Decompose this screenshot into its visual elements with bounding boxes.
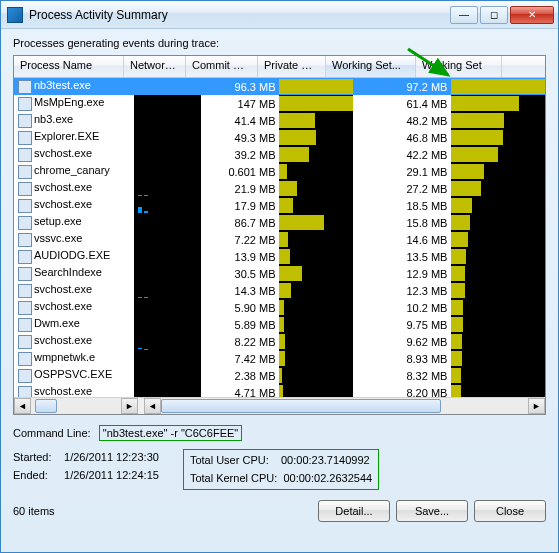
- process-icon: [18, 284, 32, 298]
- scroll-left-button[interactable]: ◄: [14, 398, 31, 414]
- working-set-value: 14.6 MB: [353, 231, 451, 248]
- table-row[interactable]: MsMpEng.exe147 MB61.4 MB: [14, 95, 545, 112]
- item-count-label: 60 items: [13, 505, 312, 517]
- table-row[interactable]: chrome_canary0.601 MB29.1 MB: [14, 163, 545, 180]
- column-header[interactable]: Working Set...: [326, 56, 416, 77]
- process-name: nb3test.exe: [34, 79, 91, 91]
- working-set-value: 15.8 MB: [353, 214, 451, 231]
- process-grid: Process NameNetwork Byt...Commit PeakPri…: [13, 55, 546, 415]
- commit-peak-value: 7.42 MB: [201, 350, 279, 367]
- user-cpu-value: 00:00:23.7140992: [281, 454, 370, 466]
- grid-body[interactable]: nb3test.exe96.3 MB97.2 MBMsMpEng.exe147 …: [14, 78, 545, 397]
- process-name: OSPPSVC.EXE: [34, 368, 112, 380]
- working-set-value: 48.2 MB: [353, 112, 451, 129]
- scroll-thumb[interactable]: [35, 399, 57, 413]
- table-row[interactable]: setup.exe86.7 MB15.8 MB: [14, 214, 545, 231]
- grid-header: Process NameNetwork Byt...Commit PeakPri…: [14, 56, 545, 78]
- table-row[interactable]: svchost.exe21.9 MB27.2 MB: [14, 180, 545, 197]
- scroll-left-button[interactable]: ◄: [144, 398, 161, 414]
- process-name: chrome_canary: [34, 164, 110, 176]
- table-row[interactable]: svchost.exe8.22 MB9.62 MB: [14, 333, 545, 350]
- working-set-value: 12.9 MB: [353, 265, 451, 282]
- window: Process Activity Summary — ◻ ✕ Processes…: [0, 0, 559, 553]
- commit-peak-value: 86.7 MB: [201, 214, 279, 231]
- titlebar[interactable]: Process Activity Summary — ◻ ✕: [1, 1, 558, 29]
- working-set-value: 9.62 MB: [353, 333, 451, 350]
- kernel-cpu-value: 00:00:02.2632544: [283, 472, 372, 484]
- save-button[interactable]: Save...: [396, 500, 468, 522]
- table-row[interactable]: Dwm.exe5.89 MB9.75 MB: [14, 316, 545, 333]
- table-row[interactable]: OSPPSVC.EXE2.38 MB8.32 MB: [14, 367, 545, 384]
- process-icon: [18, 165, 32, 179]
- commit-peak-value: 96.3 MB: [201, 78, 279, 95]
- commit-peak-value: 8.22 MB: [201, 333, 279, 350]
- commit-peak-value: 4.71 MB: [201, 384, 279, 397]
- table-row[interactable]: SearchIndexe30.5 MB12.9 MB: [14, 265, 545, 282]
- process-name: vssvc.exe: [34, 232, 82, 244]
- commit-peak-value: 17.9 MB: [201, 197, 279, 214]
- working-set-value: 61.4 MB: [353, 95, 451, 112]
- table-row[interactable]: nb3test.exe96.3 MB97.2 MB: [14, 78, 545, 95]
- commit-peak-value: 13.9 MB: [201, 248, 279, 265]
- table-row[interactable]: svchost.exe14.3 MB12.3 MB: [14, 282, 545, 299]
- table-row[interactable]: wmpnetwk.e7.42 MB8.93 MB: [14, 350, 545, 367]
- commit-peak-value: 2.38 MB: [201, 367, 279, 384]
- table-row[interactable]: svchost.exe5.90 MB10.2 MB: [14, 299, 545, 316]
- working-set-value: 29.1 MB: [353, 163, 451, 180]
- process-icon: [18, 352, 32, 366]
- working-set-value: 18.5 MB: [353, 197, 451, 214]
- working-set-value: 42.2 MB: [353, 146, 451, 163]
- process-name: svchost.exe: [34, 385, 92, 397]
- column-header[interactable]: Private Bytes: [258, 56, 326, 77]
- column-header[interactable]: Working Set: [416, 56, 502, 77]
- working-set-value: 8.93 MB: [353, 350, 451, 367]
- app-icon: [7, 7, 23, 23]
- scroll-track[interactable]: [31, 398, 121, 414]
- process-icon: [18, 148, 32, 162]
- process-name: MsMpEng.exe: [34, 96, 104, 108]
- column-header[interactable]: Process Name: [14, 56, 124, 77]
- column-header[interactable]: Network Byt...: [124, 56, 186, 77]
- minimize-button[interactable]: —: [450, 6, 478, 24]
- working-set-value: 8.32 MB: [353, 367, 451, 384]
- table-row[interactable]: nb3.exe41.4 MB48.2 MB: [14, 112, 545, 129]
- column-header[interactable]: Commit Peak: [186, 56, 258, 77]
- process-name: svchost.exe: [34, 334, 92, 346]
- process-icon: [18, 386, 32, 397]
- content-area: Processes generating events during trace…: [1, 29, 558, 552]
- commandline-value: "nb3test.exe" -r "C6C6FEE": [99, 425, 242, 441]
- process-icon: [18, 199, 32, 213]
- scroll-track[interactable]: [161, 398, 528, 414]
- process-name: nb3.exe: [34, 113, 73, 125]
- working-set-value: 10.2 MB: [353, 299, 451, 316]
- table-row[interactable]: svchost.exe17.9 MB18.5 MB: [14, 197, 545, 214]
- process-icon: [18, 114, 32, 128]
- table-row[interactable]: vssvc.exe7.22 MB14.6 MB: [14, 231, 545, 248]
- maximize-button[interactable]: ◻: [480, 6, 508, 24]
- process-icon: [18, 80, 32, 94]
- close-button[interactable]: Close: [474, 500, 546, 522]
- commit-peak-value: 30.5 MB: [201, 265, 279, 282]
- scroll-right-button[interactable]: ►: [121, 398, 138, 414]
- process-name: Dwm.exe: [34, 317, 80, 329]
- process-icon: [18, 318, 32, 332]
- table-row[interactable]: svchost.exe4.71 MB8.20 MB: [14, 384, 545, 397]
- footer-info: Started: 1/26/2011 12:23:30 Ended: 1/26/…: [13, 449, 546, 490]
- scroll-thumb[interactable]: [161, 399, 441, 413]
- table-row[interactable]: AUDIODG.EXE13.9 MB13.5 MB: [14, 248, 545, 265]
- table-row[interactable]: svchost.exe39.2 MB42.2 MB: [14, 146, 545, 163]
- process-icon: [18, 301, 32, 315]
- detail-button[interactable]: Detail...: [318, 500, 390, 522]
- scroll-right-button[interactable]: ►: [528, 398, 545, 414]
- process-icon: [18, 233, 32, 247]
- close-window-button[interactable]: ✕: [510, 6, 554, 24]
- process-icon: [18, 335, 32, 349]
- commit-peak-value: 5.90 MB: [201, 299, 279, 316]
- horizontal-scrollbar[interactable]: ◄ ► ◄ ►: [14, 397, 545, 414]
- table-row[interactable]: Explorer.EXE49.3 MB46.8 MB: [14, 129, 545, 146]
- command-line-row: Command Line: "nb3test.exe" -r "C6C6FEE": [13, 425, 546, 441]
- started-label: Started:: [13, 449, 61, 467]
- process-icon: [18, 131, 32, 145]
- user-cpu-label: Total User CPU:: [190, 454, 269, 466]
- process-name: SearchIndexe: [34, 266, 102, 278]
